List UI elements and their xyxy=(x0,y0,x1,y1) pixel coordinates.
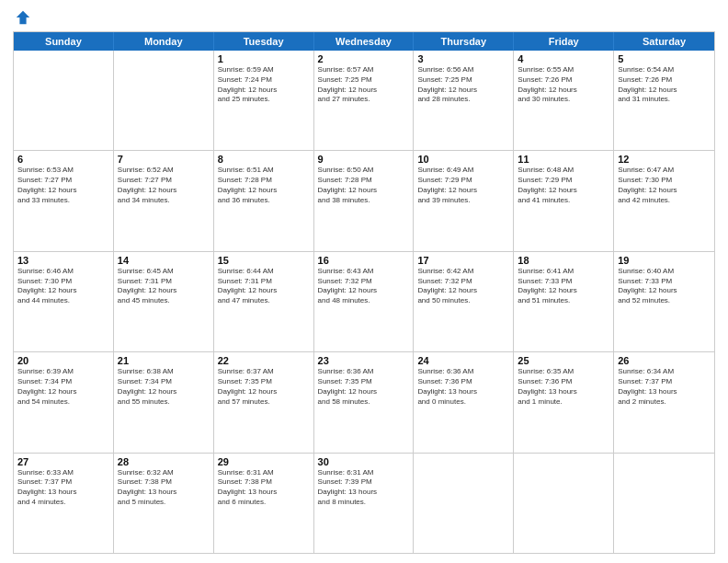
day-detail: Sunrise: 6:39 AM Sunset: 7:34 PM Dayligh… xyxy=(17,367,109,407)
day-cell-27: 27Sunrise: 6:33 AM Sunset: 7:37 PM Dayli… xyxy=(14,454,114,553)
calendar-row-3: 13Sunrise: 6:46 AM Sunset: 7:30 PM Dayli… xyxy=(14,252,714,352)
day-cell-29: 29Sunrise: 6:31 AM Sunset: 7:38 PM Dayli… xyxy=(214,454,314,553)
day-number: 12 xyxy=(618,154,711,165)
day-detail: Sunrise: 6:55 AM Sunset: 7:26 PM Dayligh… xyxy=(518,65,609,105)
day-detail: Sunrise: 6:36 AM Sunset: 7:35 PM Dayligh… xyxy=(318,367,410,407)
day-cell-14: 14Sunrise: 6:45 AM Sunset: 7:31 PM Dayli… xyxy=(114,252,214,351)
day-number: 28 xyxy=(118,456,210,467)
weekday-header-wednesday: Wednesday xyxy=(314,32,415,51)
day-cell-9: 9Sunrise: 6:50 AM Sunset: 7:28 PM Daylig… xyxy=(314,151,415,250)
day-number: 25 xyxy=(518,355,609,366)
day-detail: Sunrise: 6:47 AM Sunset: 7:30 PM Dayligh… xyxy=(618,166,711,205)
day-cell-2: 2Sunrise: 6:57 AM Sunset: 7:25 PM Daylig… xyxy=(314,51,415,150)
day-detail: Sunrise: 6:31 AM Sunset: 7:38 PM Dayligh… xyxy=(218,468,310,508)
day-detail: Sunrise: 6:32 AM Sunset: 7:38 PM Dayligh… xyxy=(118,468,210,508)
day-detail: Sunrise: 6:35 AM Sunset: 7:36 PM Dayligh… xyxy=(518,367,609,407)
day-cell-28: 28Sunrise: 6:32 AM Sunset: 7:38 PM Dayli… xyxy=(114,454,214,553)
day-detail: Sunrise: 6:43 AM Sunset: 7:32 PM Dayligh… xyxy=(318,267,410,306)
day-number: 20 xyxy=(17,355,109,366)
day-detail: Sunrise: 6:53 AM Sunset: 7:27 PM Dayligh… xyxy=(17,166,109,205)
day-number: 3 xyxy=(417,53,509,64)
calendar-header: SundayMondayTuesdayWednesdayThursdayFrid… xyxy=(14,32,714,51)
day-number: 14 xyxy=(118,255,210,266)
logo xyxy=(13,9,31,26)
day-cell-11: 11Sunrise: 6:48 AM Sunset: 7:29 PM Dayli… xyxy=(514,151,614,250)
day-detail: Sunrise: 6:57 AM Sunset: 7:25 PM Dayligh… xyxy=(318,65,410,105)
day-detail: Sunrise: 6:42 AM Sunset: 7:32 PM Dayligh… xyxy=(417,267,509,306)
empty-cell xyxy=(614,454,714,553)
empty-cell xyxy=(414,454,514,553)
day-cell-12: 12Sunrise: 6:47 AM Sunset: 7:30 PM Dayli… xyxy=(614,151,714,250)
day-number: 30 xyxy=(318,456,410,467)
day-detail: Sunrise: 6:54 AM Sunset: 7:26 PM Dayligh… xyxy=(618,65,711,105)
day-detail: Sunrise: 6:38 AM Sunset: 7:34 PM Dayligh… xyxy=(118,367,210,407)
day-cell-26: 26Sunrise: 6:34 AM Sunset: 7:37 PM Dayli… xyxy=(614,352,714,452)
day-number: 15 xyxy=(218,255,310,266)
day-cell-8: 8Sunrise: 6:51 AM Sunset: 7:28 PM Daylig… xyxy=(214,151,314,250)
day-number: 24 xyxy=(417,355,509,366)
logo-icon xyxy=(15,9,31,26)
day-detail: Sunrise: 6:36 AM Sunset: 7:36 PM Dayligh… xyxy=(417,367,509,407)
day-cell-10: 10Sunrise: 6:49 AM Sunset: 7:29 PM Dayli… xyxy=(414,151,514,250)
day-number: 26 xyxy=(618,355,711,366)
day-detail: Sunrise: 6:49 AM Sunset: 7:29 PM Dayligh… xyxy=(417,166,509,205)
day-number: 22 xyxy=(218,355,310,366)
day-number: 13 xyxy=(17,255,109,266)
weekday-header-thursday: Thursday xyxy=(414,32,514,51)
day-detail: Sunrise: 6:34 AM Sunset: 7:37 PM Dayligh… xyxy=(618,367,711,407)
weekday-header-sunday: Sunday xyxy=(14,32,114,51)
day-number: 10 xyxy=(417,154,509,165)
day-cell-22: 22Sunrise: 6:37 AM Sunset: 7:35 PM Dayli… xyxy=(214,352,314,452)
day-number: 27 xyxy=(17,456,109,467)
day-detail: Sunrise: 6:41 AM Sunset: 7:33 PM Dayligh… xyxy=(518,267,609,306)
day-number: 17 xyxy=(417,255,509,266)
day-cell-24: 24Sunrise: 6:36 AM Sunset: 7:36 PM Dayli… xyxy=(414,352,514,452)
svg-marker-0 xyxy=(17,11,29,24)
day-cell-17: 17Sunrise: 6:42 AM Sunset: 7:32 PM Dayli… xyxy=(414,252,514,351)
day-detail: Sunrise: 6:44 AM Sunset: 7:31 PM Dayligh… xyxy=(218,267,310,306)
day-detail: Sunrise: 6:33 AM Sunset: 7:37 PM Dayligh… xyxy=(17,468,109,508)
day-cell-6: 6Sunrise: 6:53 AM Sunset: 7:27 PM Daylig… xyxy=(14,151,114,250)
day-detail: Sunrise: 6:46 AM Sunset: 7:30 PM Dayligh… xyxy=(17,267,109,306)
day-cell-19: 19Sunrise: 6:40 AM Sunset: 7:33 PM Dayli… xyxy=(614,252,714,351)
day-cell-7: 7Sunrise: 6:52 AM Sunset: 7:27 PM Daylig… xyxy=(114,151,214,250)
day-detail: Sunrise: 6:37 AM Sunset: 7:35 PM Dayligh… xyxy=(218,367,310,407)
day-number: 19 xyxy=(618,255,711,266)
weekday-header-saturday: Saturday xyxy=(614,32,714,51)
day-number: 1 xyxy=(218,53,310,64)
day-detail: Sunrise: 6:45 AM Sunset: 7:31 PM Dayligh… xyxy=(118,267,210,306)
day-cell-3: 3Sunrise: 6:56 AM Sunset: 7:25 PM Daylig… xyxy=(414,51,514,150)
day-cell-13: 13Sunrise: 6:46 AM Sunset: 7:30 PM Dayli… xyxy=(14,252,114,351)
day-number: 2 xyxy=(318,53,410,64)
empty-cell xyxy=(14,51,114,150)
calendar-row-5: 27Sunrise: 6:33 AM Sunset: 7:37 PM Dayli… xyxy=(14,454,714,553)
calendar: SundayMondayTuesdayWednesdayThursdayFrid… xyxy=(13,31,715,554)
day-cell-4: 4Sunrise: 6:55 AM Sunset: 7:26 PM Daylig… xyxy=(514,51,614,150)
day-cell-30: 30Sunrise: 6:31 AM Sunset: 7:39 PM Dayli… xyxy=(314,454,415,553)
day-number: 18 xyxy=(518,255,609,266)
day-detail: Sunrise: 6:56 AM Sunset: 7:25 PM Dayligh… xyxy=(417,65,509,105)
day-detail: Sunrise: 6:52 AM Sunset: 7:27 PM Dayligh… xyxy=(118,166,210,205)
calendar-row-1: 1Sunrise: 6:59 AM Sunset: 7:24 PM Daylig… xyxy=(14,51,714,151)
day-number: 4 xyxy=(518,53,609,64)
day-number: 11 xyxy=(518,154,609,165)
day-number: 7 xyxy=(118,154,210,165)
empty-cell xyxy=(514,454,614,553)
day-detail: Sunrise: 6:50 AM Sunset: 7:28 PM Dayligh… xyxy=(318,166,410,205)
calendar-row-4: 20Sunrise: 6:39 AM Sunset: 7:34 PM Dayli… xyxy=(14,352,714,453)
day-detail: Sunrise: 6:51 AM Sunset: 7:28 PM Dayligh… xyxy=(218,166,310,205)
day-number: 6 xyxy=(17,154,109,165)
day-cell-20: 20Sunrise: 6:39 AM Sunset: 7:34 PM Dayli… xyxy=(14,352,114,452)
day-cell-16: 16Sunrise: 6:43 AM Sunset: 7:32 PM Dayli… xyxy=(314,252,415,351)
day-number: 29 xyxy=(218,456,310,467)
day-number: 21 xyxy=(118,355,210,366)
day-cell-21: 21Sunrise: 6:38 AM Sunset: 7:34 PM Dayli… xyxy=(114,352,214,452)
day-cell-25: 25Sunrise: 6:35 AM Sunset: 7:36 PM Dayli… xyxy=(514,352,614,452)
day-cell-23: 23Sunrise: 6:36 AM Sunset: 7:35 PM Dayli… xyxy=(314,352,415,452)
day-number: 9 xyxy=(318,154,410,165)
day-detail: Sunrise: 6:48 AM Sunset: 7:29 PM Dayligh… xyxy=(518,166,609,205)
day-cell-5: 5Sunrise: 6:54 AM Sunset: 7:26 PM Daylig… xyxy=(614,51,714,150)
weekday-header-friday: Friday xyxy=(514,32,614,51)
calendar-row-2: 6Sunrise: 6:53 AM Sunset: 7:27 PM Daylig… xyxy=(14,151,714,251)
day-number: 16 xyxy=(318,255,410,266)
